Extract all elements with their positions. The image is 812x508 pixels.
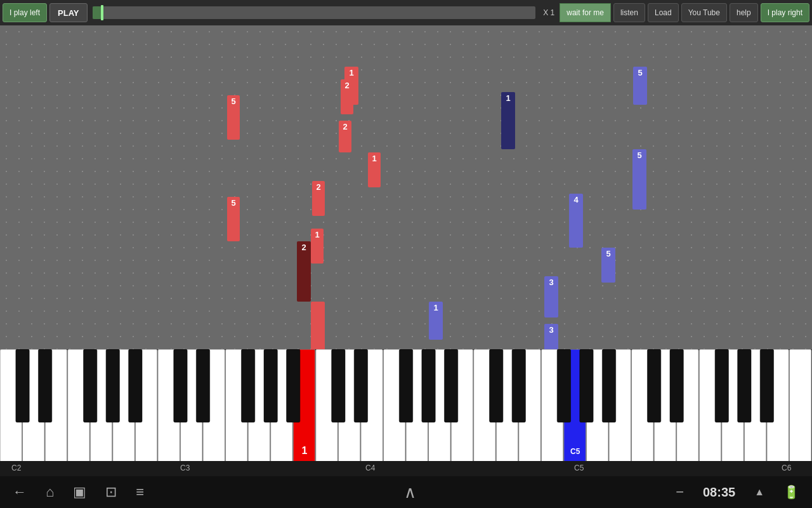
note-block: 1 — [429, 302, 443, 340]
note-block: 2 — [341, 79, 353, 114]
i-play-left-button[interactable]: I play left — [3, 3, 47, 22]
c-label: C3 — [180, 464, 190, 472]
c-label: C2 — [11, 464, 21, 472]
progress-marker — [101, 5, 103, 20]
up-button[interactable]: ∧ — [404, 483, 416, 502]
black-key[interactable] — [715, 349, 728, 422]
black-key[interactable] — [106, 349, 119, 422]
black-key[interactable] — [647, 349, 660, 422]
black-key[interactable] — [354, 349, 367, 422]
note-block: 2 — [297, 241, 311, 302]
battery-icon: 🔋 — [783, 485, 799, 500]
c-label: C4 — [365, 464, 375, 472]
i-play-right-button[interactable]: I play right — [761, 3, 809, 22]
note-block: 5 — [632, 149, 646, 210]
toolbar: I play left PLAY X 1 wait for me listen … — [0, 0, 812, 25]
black-key[interactable] — [264, 349, 277, 422]
clock-display: 08:35 — [703, 485, 735, 500]
black-key[interactable] — [241, 349, 254, 422]
black-key[interactable] — [129, 349, 142, 422]
home-button[interactable]: ⌂ — [46, 484, 54, 500]
battery-signal-icon: ▲ — [754, 486, 764, 498]
note-block: 5 — [227, 197, 240, 241]
piano-keyboard-svg: 1C5 — [0, 349, 812, 467]
progress-bar[interactable] — [93, 6, 536, 19]
note-block — [311, 302, 325, 349]
youtube-button[interactable]: You Tube — [681, 3, 727, 22]
c-label: C6 — [782, 464, 791, 472]
recent-apps-button[interactable]: ▣ — [73, 484, 86, 500]
minus-icon: − — [676, 484, 684, 500]
note-block: 2 — [312, 181, 325, 216]
c-label: C5 — [574, 464, 584, 472]
wait-for-me-button[interactable]: wait for me — [560, 3, 611, 22]
back-button[interactable]: ← — [13, 484, 27, 500]
multiplier-label: X 1 — [540, 8, 557, 17]
black-key[interactable] — [490, 349, 503, 422]
black-key[interactable] — [332, 349, 345, 422]
piano-roll: 122125512554533411 — [0, 25, 812, 349]
black-key[interactable] — [16, 349, 29, 422]
black-key[interactable] — [84, 349, 97, 422]
note-block: 5 — [601, 248, 615, 283]
black-key[interactable] — [738, 349, 751, 422]
play-button[interactable]: PLAY — [49, 3, 87, 22]
black-key[interactable] — [512, 349, 525, 422]
load-button[interactable]: Load — [648, 3, 679, 22]
black-key[interactable] — [670, 349, 683, 422]
black-key[interactable] — [760, 349, 773, 422]
note-block: 2 — [339, 121, 351, 152]
note-block: 5 — [633, 67, 647, 105]
c-labels-row: C2C3C4C5C6 — [0, 461, 812, 476]
black-key[interactable] — [38, 349, 51, 422]
resize-button[interactable]: ⊡ — [105, 484, 117, 500]
black-key[interactable] — [399, 349, 412, 422]
black-key[interactable] — [287, 349, 300, 422]
listen-button[interactable]: listen — [613, 3, 645, 22]
progress-fill — [93, 6, 102, 19]
black-key[interactable] — [174, 349, 187, 422]
left-nav-icons: ← ⌂ ▣ ⊡ ≡ — [13, 484, 144, 500]
nav-bar: ← ⌂ ▣ ⊡ ≡ ∧ − 08:35 ▲ 🔋 — [0, 476, 812, 508]
note-block: 1 — [368, 152, 381, 187]
red-finger-number: 1 — [302, 445, 308, 456]
right-nav-icons: − 08:35 ▲ 🔋 — [676, 484, 799, 500]
black-key[interactable] — [602, 349, 615, 422]
black-key[interactable] — [422, 349, 435, 422]
note-block: 4 — [569, 194, 583, 248]
blue-finger-label: C5 — [570, 447, 580, 456]
keyboard-area: 1C5 — [0, 349, 812, 464]
black-key[interactable] — [196, 349, 209, 422]
menu-button[interactable]: ≡ — [136, 484, 144, 500]
black-key[interactable] — [580, 349, 593, 422]
note-block: 3 — [544, 324, 558, 349]
help-button[interactable]: help — [730, 3, 758, 22]
note-block: 3 — [544, 276, 558, 318]
note-block: 5 — [227, 95, 240, 140]
white-key[interactable] — [789, 349, 811, 464]
note-block: 1 — [501, 92, 515, 149]
black-key[interactable] — [557, 349, 570, 422]
black-key[interactable] — [444, 349, 457, 422]
note-block: 1 — [311, 229, 324, 264]
